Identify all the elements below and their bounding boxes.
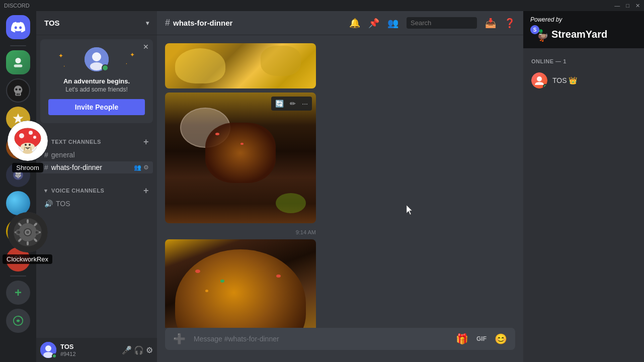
main-content: # whats-for-dinner 🔔 📌 👥 📥 ❓ bbox=[157, 11, 523, 362]
member-tos-name: TOS 👑 bbox=[552, 76, 577, 84]
sparkle-4: · bbox=[126, 60, 127, 67]
image-hover-actions[interactable]: 🔄 ✏ ··· bbox=[271, 97, 312, 111]
svg-point-30 bbox=[15, 58, 21, 63]
svg-rect-33 bbox=[15, 93, 21, 96]
crown-icon: 👑 bbox=[569, 76, 577, 84]
hash-icon-dinner: # bbox=[44, 163, 48, 171]
add-voice-channel-btn[interactable]: + bbox=[143, 186, 149, 195]
server-icon-blue-orb[interactable] bbox=[6, 191, 30, 215]
app-title: DISCORD bbox=[4, 3, 30, 9]
current-user-avatar bbox=[40, 342, 56, 358]
more-btn[interactable]: ··· bbox=[300, 99, 310, 109]
food-image-1 bbox=[165, 43, 316, 88]
minimize-btn[interactable]: — bbox=[614, 3, 620, 9]
voice-channel-tos[interactable]: 🔊 TOS bbox=[40, 198, 153, 210]
svg-point-34 bbox=[15, 88, 17, 90]
mute-btn[interactable]: 🎤 bbox=[122, 345, 132, 355]
user-area: TOS #9412 🎤 🎧 ⚙ bbox=[36, 338, 157, 362]
channel-members-icon[interactable]: 👥 bbox=[134, 164, 141, 171]
user-status-dot bbox=[52, 353, 57, 358]
react-btn[interactable]: 🔄 bbox=[273, 99, 286, 109]
edit-btn[interactable]: ✏ bbox=[288, 99, 298, 109]
streamyard-logo: S 🦆 StreamYard bbox=[530, 25, 607, 43]
streamyard-duck-icon: S 🦆 bbox=[530, 25, 548, 43]
popup-title: An adventure begins. bbox=[48, 77, 145, 85]
powered-by-text: Powered by bbox=[530, 16, 562, 23]
maximize-btn[interactable]: □ bbox=[626, 3, 629, 9]
text-channels-header[interactable]: ▾ TEXT CHANNELS + bbox=[40, 135, 153, 148]
member-tos-avatar bbox=[531, 72, 547, 88]
server-chevron: ▾ bbox=[146, 20, 149, 27]
server-icon-skull[interactable] bbox=[6, 78, 30, 103]
server-name: TOS bbox=[44, 19, 60, 27]
channel-general[interactable]: # general bbox=[40, 149, 153, 161]
voice-channels-label: ▾ VOICE CHANNELS bbox=[44, 188, 104, 194]
server-icon-wolf[interactable]: 🐺 bbox=[6, 163, 30, 187]
members-icon[interactable]: 👥 bbox=[387, 18, 398, 29]
discord-home-icon[interactable] bbox=[6, 15, 30, 39]
voice-channel-name: TOS bbox=[56, 200, 70, 208]
svg-rect-36 bbox=[17, 94, 18, 96]
add-attachment-btn[interactable]: ➕ bbox=[169, 328, 190, 350]
channel-whats-for-dinner[interactable]: # whats-for-dinner 👥 ⚙ bbox=[40, 161, 153, 173]
channel-dinner-actions[interactable]: 👥 ⚙ bbox=[134, 164, 149, 171]
search-input[interactable] bbox=[407, 17, 477, 29]
gift-btn[interactable]: 🎁 bbox=[452, 328, 472, 350]
notification-icon[interactable]: 🔔 bbox=[349, 18, 360, 29]
svg-point-49 bbox=[90, 62, 103, 70]
deafen-btn[interactable]: 🎧 bbox=[134, 345, 144, 355]
close-btn[interactable]: ✕ bbox=[635, 3, 640, 9]
gif-btn[interactable]: GIF bbox=[472, 330, 491, 347]
server-icon-badge[interactable] bbox=[6, 107, 30, 131]
svg-point-44 bbox=[15, 256, 17, 258]
svg-text:🐺: 🐺 bbox=[15, 171, 22, 178]
svg-rect-37 bbox=[19, 94, 20, 96]
add-text-channel-btn[interactable]: + bbox=[143, 137, 149, 146]
collapse-arrow: ▾ bbox=[44, 139, 48, 145]
popup-subtitle: Let's add some friends! bbox=[48, 86, 145, 93]
member-tos[interactable]: TOS 👑 bbox=[527, 70, 640, 90]
server-icon-gold-shield[interactable] bbox=[6, 219, 30, 243]
server-divider-2 bbox=[10, 276, 26, 277]
text-channels-section: ▾ TEXT CHANNELS + # general # whats-for-… bbox=[36, 127, 157, 176]
server-icon-mushroom-red[interactable] bbox=[6, 247, 30, 272]
add-server-btn[interactable]: + bbox=[6, 281, 30, 305]
svg-text:⚔: ⚔ bbox=[16, 144, 21, 150]
user-controls[interactable]: 🎤 🎧 ⚙ bbox=[122, 345, 153, 355]
discover-server-btn[interactable] bbox=[6, 309, 30, 333]
server-header[interactable]: TOS ▾ bbox=[36, 11, 157, 35]
streamyard-section: Powered by S 🦆 StreamYard bbox=[523, 11, 644, 48]
inbox-icon[interactable]: 📥 bbox=[485, 18, 496, 29]
message-input[interactable] bbox=[190, 329, 452, 348]
server-sidebar: ⚔ 🐺 bbox=[0, 11, 36, 362]
svg-point-32 bbox=[14, 85, 23, 94]
popup-sparkles: ✦ ✦ · · bbox=[48, 47, 145, 77]
help-icon[interactable]: ❓ bbox=[504, 18, 515, 29]
invite-people-btn[interactable]: Invite People bbox=[48, 99, 145, 115]
server-icon-brown[interactable]: ⚔ bbox=[6, 135, 30, 159]
server-divider-1 bbox=[10, 45, 26, 46]
server-icon-1[interactable] bbox=[6, 50, 30, 74]
members-sidebar: Powered by S 🦆 StreamYard ONLINE — 1 bbox=[523, 11, 644, 362]
popup-avatar bbox=[85, 47, 109, 71]
voice-channels-header[interactable]: ▾ VOICE CHANNELS + bbox=[40, 184, 153, 197]
streamyard-name: StreamYard bbox=[551, 29, 607, 40]
channel-settings-icon[interactable]: ⚙ bbox=[143, 164, 149, 171]
window-controls[interactable]: — □ ✕ bbox=[614, 3, 640, 9]
message-input-area: ➕ 🎁 GIF 😊 bbox=[157, 328, 523, 362]
pin-icon[interactable]: 📌 bbox=[368, 18, 379, 29]
svg-point-43 bbox=[13, 254, 23, 262]
hash-icon-general: # bbox=[44, 151, 48, 159]
svg-rect-31 bbox=[14, 64, 23, 67]
channel-title-text: whats-for-dinner bbox=[173, 19, 232, 27]
food-image-2: 🔄 ✏ ··· bbox=[165, 93, 316, 223]
message-images: 🔄 ✏ ··· 9:14 AM bbox=[165, 43, 515, 328]
settings-btn[interactable]: ⚙ bbox=[146, 345, 153, 355]
channel-header: # whats-for-dinner 🔔 📌 👥 📥 ❓ bbox=[157, 11, 523, 35]
channel-hash-icon: # bbox=[165, 18, 170, 28]
online-members-header: ONLINE — 1 bbox=[527, 56, 640, 66]
header-actions: 🔔 📌 👥 📥 ❓ bbox=[349, 17, 515, 29]
adventure-popup: ✕ ✦ ✦ · · An adve bbox=[40, 39, 153, 123]
svg-point-45 bbox=[19, 255, 20, 257]
emoji-btn[interactable]: 😊 bbox=[491, 328, 511, 350]
